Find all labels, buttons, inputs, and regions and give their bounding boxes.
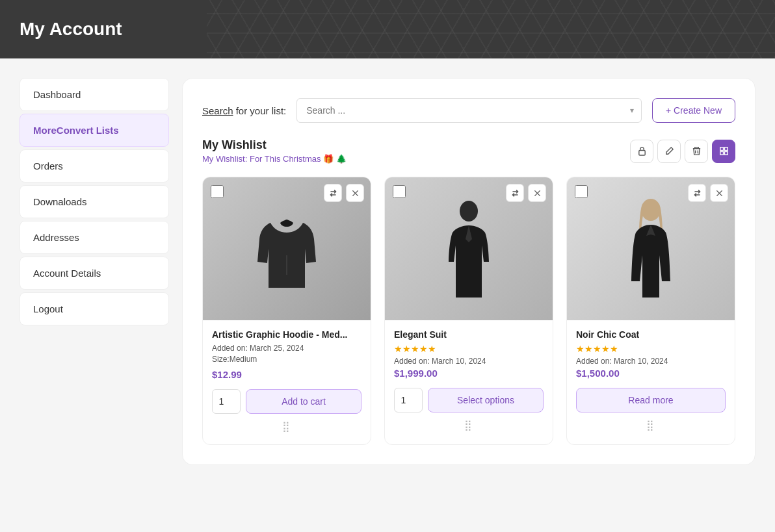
product-grid: Artistic Graphic Hoodie - Med... Added o… (202, 177, 735, 445)
product-added-coat: Added on: March 10, 2024 (576, 357, 726, 366)
sidebar-item-account-details[interactable]: Account Details (20, 257, 169, 290)
product-checkbox-suit[interactable] (393, 185, 406, 198)
product-card-coat: Noir Chic Coat ★★★★★ Added on: March 10,… (566, 177, 735, 445)
main-content: Search for your list: ▾ + Create New My … (182, 78, 755, 465)
product-added-hoodie: Added on: March 25, 2024 (212, 344, 361, 353)
sidebar-item-dashboard[interactable]: Dashboard (20, 78, 169, 111)
transfer-icon (329, 189, 337, 197)
remove-button-hoodie[interactable] (346, 184, 364, 202)
wishlist-action-buttons (630, 140, 735, 163)
select-options-button-suit[interactable]: Select options (428, 388, 544, 412)
transfer-button-hoodie[interactable] (324, 184, 342, 202)
product-size-hoodie: Size:Medium (212, 355, 361, 364)
card-top-actions-suit (506, 184, 546, 202)
trash-icon (692, 146, 702, 156)
wishlist-info: My Wishlist My Wishlist: For This Christ… (202, 138, 347, 164)
card-top-actions-hoodie (324, 184, 364, 202)
sidebar-item-logout[interactable]: Logout (20, 292, 169, 325)
cart-row-hoodie: Add to cart (212, 389, 361, 414)
product-price-hoodie: $12.99 (212, 369, 361, 380)
svg-rect-4 (724, 151, 728, 155)
card-dots-suit: ⣿ (394, 419, 544, 434)
wishlist-header: My Wishlist My Wishlist: For This Christ… (202, 138, 735, 164)
suit-svg (440, 197, 498, 301)
product-card-suit: Elegant Suit ★★★★★ Added on: March 10, 2… (384, 177, 553, 445)
close-icon-coat (716, 190, 723, 197)
sidebar-item-moreconvert-lists[interactable]: MoreConvert Lists (20, 114, 169, 147)
hoodie-svg (254, 203, 319, 294)
remove-button-coat[interactable] (710, 184, 728, 202)
search-wrapper: ▾ (296, 98, 642, 123)
search-label: Search for your list: (202, 105, 286, 116)
transfer-icon-suit (511, 189, 519, 197)
svg-point-6 (460, 201, 478, 222)
product-image-wrapper-coat (567, 177, 735, 320)
sidebar-item-downloads[interactable]: Downaloads (20, 185, 169, 218)
read-more-button-coat[interactable]: Read more (576, 388, 726, 412)
svg-rect-3 (720, 151, 723, 155)
lock-icon (637, 146, 647, 156)
transfer-icon-coat (693, 189, 702, 197)
create-new-button[interactable]: + Create New (652, 98, 735, 123)
sidebar: Dashboard MoreConvert Lists Orders Downa… (20, 78, 169, 465)
product-info-suit: Elegant Suit ★★★★★ Added on: March 10, 2… (385, 320, 553, 443)
page-title: My Account (20, 19, 122, 40)
search-input[interactable] (296, 98, 642, 123)
product-price-suit: $1,999.00 (394, 368, 544, 379)
wishlist-delete-button[interactable] (685, 140, 708, 163)
product-added-suit: Added on: March 10, 2024 (394, 357, 544, 366)
product-image-wrapper-suit (385, 177, 553, 320)
quantity-input-hoodie[interactable] (212, 389, 241, 414)
add-to-cart-button-hoodie[interactable]: Add to cart (246, 389, 361, 414)
product-price-coat: $1,500.00 (576, 368, 726, 379)
product-checkbox-coat[interactable] (575, 185, 588, 198)
wishlist-edit-button[interactable] (657, 140, 681, 163)
card-dots-hoodie: ⣿ (212, 420, 361, 435)
quantity-input-suit[interactable] (394, 388, 423, 412)
remove-button-suit[interactable] (528, 184, 546, 202)
product-stars-coat: ★★★★★ (576, 344, 726, 354)
product-image-wrapper-hoodie (203, 177, 371, 320)
card-top-actions-coat (688, 184, 728, 202)
svg-rect-2 (724, 147, 728, 151)
page-header: My Account (0, 0, 775, 58)
wishlist-lock-button[interactable] (630, 140, 653, 163)
grid-icon (719, 146, 729, 156)
search-underline: Search (202, 105, 233, 116)
coat-svg (622, 197, 680, 301)
svg-rect-1 (720, 147, 723, 151)
main-layout: Dashboard MoreConvert Lists Orders Downa… (0, 58, 775, 485)
close-icon-hoodie (352, 190, 359, 197)
card-dots-coat: ⣿ (576, 419, 726, 434)
sidebar-item-addresses[interactable]: Addresses (20, 221, 169, 254)
chevron-down-icon: ▾ (630, 106, 634, 115)
product-card-hoodie: Artistic Graphic Hoodie - Med... Added o… (202, 177, 371, 445)
product-checkbox-hoodie[interactable] (211, 185, 224, 198)
cart-row-suit: Select options (394, 388, 544, 412)
transfer-button-coat[interactable] (688, 184, 706, 202)
transfer-button-suit[interactable] (506, 184, 524, 202)
edit-icon (664, 146, 674, 156)
product-name-coat: Noir Chic Coat (576, 329, 726, 340)
product-info-hoodie: Artistic Graphic Hoodie - Med... Added o… (203, 320, 371, 444)
sidebar-item-orders[interactable]: Orders (20, 149, 169, 183)
product-name-hoodie: Artistic Graphic Hoodie - Med... (212, 329, 361, 340)
product-name-suit: Elegant Suit (394, 329, 544, 340)
search-row: Search for your list: ▾ + Create New (202, 98, 735, 123)
wishlist-grid-button[interactable] (712, 140, 735, 163)
svg-rect-0 (638, 151, 644, 156)
wishlist-title: My Wishlist (202, 138, 347, 152)
close-icon-suit (534, 190, 541, 197)
product-stars-suit: ★★★★★ (394, 344, 544, 354)
wishlist-subtitle: My Wishlist: For This Christmas 🎁 🌲 (202, 154, 347, 164)
product-info-coat: Noir Chic Coat ★★★★★ Added on: March 10,… (567, 320, 735, 443)
